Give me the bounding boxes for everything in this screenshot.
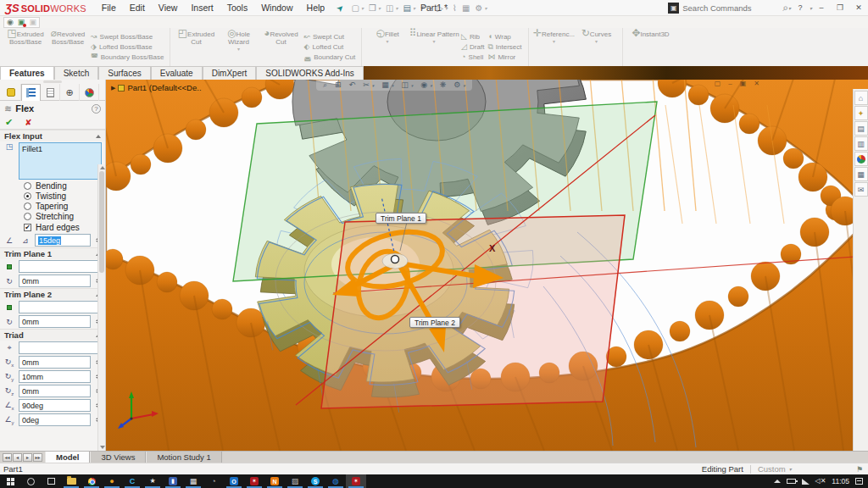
status-tag-icon[interactable]: ⚑ (851, 465, 868, 474)
trim2-reference-input[interactable] (19, 301, 102, 313)
design-library-icon[interactable]: ▤ (854, 121, 868, 136)
restore-button[interactable]: ❐ (831, 0, 849, 16)
search-commands-input[interactable] (682, 2, 782, 14)
revolved-cut-button[interactable]: ◕RevolvedCut (259, 29, 302, 66)
taskbar-clock[interactable]: 11:05 (832, 477, 849, 485)
child-restore-icon[interactable]: ▢ (715, 80, 721, 87)
open-file-button[interactable]: ❒▾ (366, 3, 383, 13)
home-icon[interactable]: ⌂ (854, 91, 868, 105)
tab-dimxpert[interactable]: DimXpert (203, 66, 257, 80)
menu-help[interactable]: Help (300, 0, 332, 16)
tab-dimxpertmanager[interactable]: ⊕ (60, 84, 80, 101)
trim1-distance-input[interactable]: 0mm (19, 274, 91, 287)
mirror-button[interactable]: ⋈Mirror (487, 52, 521, 62)
group-trim-plane-1[interactable]: Trim Plane 1 (0, 247, 105, 259)
scrollbar-thumb[interactable] (99, 171, 104, 273)
tab-3d-views[interactable]: 3D Views (90, 452, 146, 463)
graphics-viewport[interactable]: ▶ Part1 (Default<<De.. ⌕ ⊞ ↶ ✂▾ ▦▾ ◫▾ ◉▾… (106, 80, 868, 451)
tab-solidworks-addins[interactable]: SOLIDWORKS Add-Ins (256, 66, 363, 80)
tab-model[interactable]: Model (45, 452, 90, 463)
extruded-boss-base-button[interactable]: ◳ExtrudedBoss/Base (4, 29, 47, 66)
menu-tools[interactable]: Tools (220, 0, 255, 16)
hard-edges-checkbox[interactable]: ✔Hard edges (0, 221, 105, 233)
menu-edit[interactable]: Edit (123, 0, 152, 16)
tab-evaluate[interactable]: Evaluate (151, 66, 203, 80)
search-icon[interactable]: ⌕ (782, 2, 788, 14)
zoom-area-icon[interactable]: ⊞ (335, 81, 342, 89)
zoom-fit-icon[interactable]: ⌕ (323, 81, 327, 89)
app-photo-button[interactable]: ▨ (285, 474, 305, 488)
triad-x-input[interactable]: 0mm (19, 356, 91, 369)
boundary-cut-button[interactable]: ◛Boundary Cut (303, 52, 355, 62)
radio-bending[interactable]: Bending (0, 180, 105, 191)
tab-displaymanager[interactable] (80, 84, 99, 101)
lofted-cut-button[interactable]: ⬖Lofted Cut (303, 42, 355, 52)
close-button[interactable]: ✕ (849, 0, 868, 16)
edit-appearance-icon[interactable]: ❋ (440, 81, 447, 89)
menu-view[interactable]: View (152, 0, 185, 16)
solidworks-taskbar-button[interactable]: ✶ (346, 474, 366, 488)
app-crescent-button[interactable]: C (122, 474, 142, 488)
expand-tree-icon[interactable]: ▶ (111, 85, 115, 92)
breadcrumb[interactable]: ▶ Part1 (Default<<De.. (111, 83, 202, 92)
shell-button[interactable]: ◔Shell (461, 52, 484, 62)
app-red-button[interactable]: ✶ (244, 474, 264, 488)
battery-icon[interactable] (787, 479, 796, 484)
app-media-button[interactable]: ▮ (163, 474, 183, 488)
file-explorer-icon[interactable]: ▥ (854, 136, 868, 151)
wifi-icon[interactable] (802, 479, 810, 485)
solidworks-resources-icon[interactable]: ✦ (854, 106, 868, 120)
view-settings-icon[interactable]: ⚙ (453, 81, 460, 89)
minimize-button[interactable]: – (812, 0, 831, 16)
task-view-button[interactable] (41, 474, 61, 488)
child-minimize-icon[interactable]: – (728, 80, 732, 87)
triad-z-input[interactable]: 0mm (19, 385, 91, 397)
select-button[interactable]: ▷▾ (434, 3, 450, 13)
scroll-last-icon[interactable]: ▸▸ (33, 453, 42, 462)
help-icon[interactable]: ? (92, 104, 101, 114)
scroll-prev-icon[interactable]: ◂ (13, 453, 22, 462)
instant3d-button[interactable]: ✥Instant3D (627, 29, 675, 66)
cortana-button[interactable] (20, 474, 41, 488)
appearances-icon[interactable] (854, 152, 868, 166)
tab-propertymanager[interactable] (21, 84, 41, 101)
tab-featuremanager[interactable] (2, 84, 21, 101)
triad-y-input[interactable]: 10mm (19, 370, 91, 383)
outlook-button[interactable]: O (224, 474, 244, 488)
trim1-reference-input[interactable] (19, 260, 102, 273)
custom-properties-icon[interactable]: ▦ (854, 167, 868, 181)
group-trim-plane-2[interactable]: Trim Plane 2 (0, 288, 105, 300)
trim2-distance-input[interactable]: 0mm (19, 315, 91, 328)
tab-configurationmanager[interactable] (41, 84, 60, 101)
custom-dropdown[interactable]: Custom▾ (758, 464, 851, 474)
screen-capture-icon[interactable]: ◉ (7, 19, 14, 26)
intersect-button[interactable]: ⧉Intersect (487, 42, 521, 52)
wrap-button[interactable]: ◖Wrap (487, 31, 521, 42)
group-flex-input[interactable]: Flex Input (0, 130, 105, 141)
tab-motion-study-1[interactable]: Motion Study 1 (146, 452, 221, 463)
triad-reference-input[interactable] (19, 341, 102, 354)
radio-twisting[interactable]: Twisting (0, 191, 105, 201)
undo-button[interactable]: ↶▾ (418, 3, 434, 13)
file-properties-button[interactable]: ▦ (459, 3, 472, 13)
extruded-cut-button[interactable]: ◰ExtrudedCut (175, 29, 217, 66)
skype-button[interactable]: S (305, 474, 326, 488)
child-maximize-icon[interactable]: ▣ (740, 80, 747, 87)
save-button[interactable]: ◫▾ (383, 3, 400, 13)
child-close-icon[interactable]: ✕ (754, 80, 760, 87)
tray-expand-icon[interactable] (774, 480, 781, 483)
triad-ry-input[interactable]: 0deg (19, 413, 91, 426)
boundary-boss-base-button[interactable]: ◚Boundary Boss/Base (91, 52, 164, 62)
app-orange-button[interactable]: ● (102, 474, 122, 488)
menu-file[interactable]: File (95, 0, 123, 16)
reference-geometry-button[interactable]: ✛Referenc...▾ (533, 29, 576, 66)
view-orientation-icon[interactable]: ▦ (381, 81, 389, 89)
previous-view-icon[interactable]: ↶ (349, 81, 356, 89)
hole-wizard-button[interactable]: ◎Hole Wizard▾ (217, 29, 259, 66)
scroll-next-icon[interactable]: ▸ (23, 453, 32, 462)
section-view-icon[interactable]: ✂ (363, 81, 370, 89)
app-n-button[interactable]: N (264, 474, 285, 488)
record-video-icon[interactable]: ▣ (18, 19, 25, 26)
curves-button[interactable]: ↻Curves▾ (576, 29, 618, 66)
tab-surfaces[interactable]: Surfaces (98, 66, 150, 80)
